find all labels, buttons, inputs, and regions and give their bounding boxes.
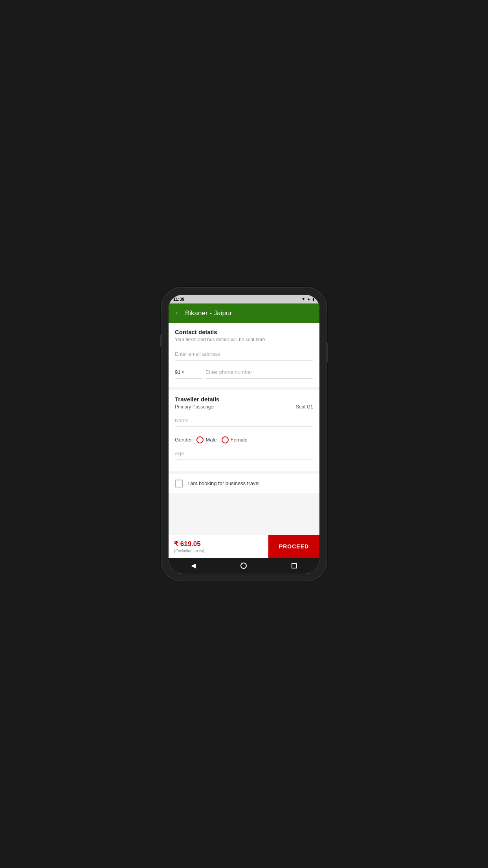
proceed-button[interactable]: PROCEED bbox=[268, 535, 319, 558]
dropdown-arrow-icon: ▾ bbox=[182, 370, 184, 374]
recents-nav-icon[interactable] bbox=[292, 563, 297, 568]
gender-female-option[interactable]: Female bbox=[222, 436, 248, 443]
signal-icon: ▲ bbox=[307, 297, 311, 301]
contact-details-title: Contact details bbox=[175, 329, 313, 335]
email-input[interactable] bbox=[175, 348, 313, 360]
business-travel-section: I am booking for business travel bbox=[169, 474, 319, 493]
bottom-bar: ₹ 619.05 (Excluding taxes) PROCEED bbox=[169, 535, 319, 558]
spacer bbox=[169, 496, 319, 499]
phone-row: 91 ▾ bbox=[175, 366, 313, 379]
status-bar: 11:39 ▼ ▲ ▮ bbox=[169, 295, 319, 303]
gender-male-label: Male bbox=[205, 437, 216, 443]
gender-male-radio[interactable] bbox=[196, 436, 204, 443]
content-area: Contact details Your ticket and bus deta… bbox=[169, 323, 319, 535]
business-travel-label: I am booking for business travel bbox=[187, 480, 260, 486]
traveller-details-section: Traveller details Primary Passenger Seat… bbox=[169, 390, 319, 471]
status-time: 11:39 bbox=[173, 297, 184, 302]
contact-details-section: Contact details Your ticket and bus deta… bbox=[169, 323, 319, 387]
battery-icon: ▮ bbox=[312, 297, 315, 301]
age-input[interactable] bbox=[175, 447, 313, 460]
country-code-dropdown[interactable]: 91 ▾ bbox=[175, 366, 202, 379]
phone-input[interactable] bbox=[205, 366, 313, 379]
home-nav-icon[interactable] bbox=[240, 563, 247, 569]
gender-male-option[interactable]: Male bbox=[196, 436, 216, 443]
gender-female-radio[interactable] bbox=[222, 436, 229, 443]
rupee-symbol: ₹ bbox=[174, 540, 178, 548]
page-title: Bikaner - Jaipur bbox=[185, 309, 232, 317]
passenger-label: Primary Passenger bbox=[175, 404, 215, 410]
status-icons: ▼ ▲ ▮ bbox=[301, 297, 315, 301]
business-travel-checkbox[interactable] bbox=[175, 480, 183, 487]
back-nav-icon[interactable]: ◀ bbox=[191, 562, 196, 569]
gender-female-label: Female bbox=[231, 437, 248, 443]
seat-info: Seat G1 bbox=[296, 404, 313, 410]
name-input[interactable] bbox=[175, 414, 313, 427]
price-tax-note: (Excluding taxes) bbox=[174, 549, 263, 553]
gender-label: Gender bbox=[175, 437, 192, 443]
wifi-icon: ▼ bbox=[301, 297, 305, 301]
price-value: 619.05 bbox=[180, 540, 201, 548]
back-button[interactable]: ← bbox=[174, 309, 181, 317]
nav-bar: ◀ bbox=[169, 558, 319, 574]
price-section: ₹ 619.05 (Excluding taxes) bbox=[169, 537, 268, 556]
traveller-details-title: Traveller details bbox=[175, 396, 313, 403]
traveller-header: Primary Passenger Seat G1 bbox=[175, 404, 313, 410]
country-code-value: 91 bbox=[175, 369, 180, 375]
top-bar: ← Bikaner - Jaipur bbox=[169, 303, 319, 323]
gender-row: Gender Male Female bbox=[175, 436, 313, 443]
contact-details-subtitle: Your ticket and bus details will be sent… bbox=[175, 337, 313, 342]
price-amount: ₹ 619.05 bbox=[174, 540, 263, 548]
